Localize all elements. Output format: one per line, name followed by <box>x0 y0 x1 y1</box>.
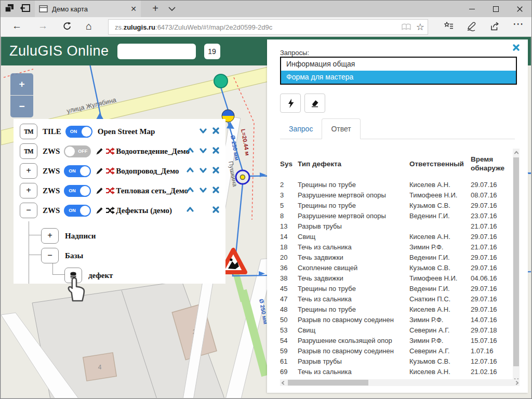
horizontal-scroll-thumb[interactable] <box>288 380 368 385</box>
search-input[interactable] <box>117 44 196 59</box>
table-row[interactable]: 36Скопление свищейКузьмов С.В.29.07.16 <box>280 263 513 273</box>
collapse-node-button[interactable]: − <box>41 248 59 263</box>
home-icon[interactable]: ⌂ <box>86 20 92 32</box>
layer-move-down-icon[interactable] <box>199 147 207 155</box>
restore-tabs-icon[interactable] <box>20 4 30 12</box>
layer-close-icon[interactable] <box>212 206 220 214</box>
query-option[interactable]: Информация общая <box>281 58 516 71</box>
table-row[interactable]: 47Течь из сальникаСнаткин П.С.29.07.16 <box>280 294 513 304</box>
favorite-star-icon[interactable]: ☆ <box>416 21 424 33</box>
layer-close-icon[interactable] <box>212 127 220 135</box>
scroll-left-icon[interactable] <box>280 380 285 385</box>
vertical-scroll-thumb[interactable] <box>513 157 519 366</box>
layer-move-up-icon[interactable] <box>186 206 194 214</box>
refresh-icon[interactable] <box>63 22 72 30</box>
layer-move-down-icon[interactable] <box>199 127 207 135</box>
tile-layer-icon-button[interactable]: TM <box>20 124 37 139</box>
tab-request[interactable]: Запрос <box>280 119 322 139</box>
expand-node-button[interactable]: + <box>41 228 59 244</box>
edit-pencil-icon[interactable] <box>95 187 103 195</box>
zoom-in-button[interactable]: + <box>10 73 33 95</box>
layer-close-icon[interactable] <box>212 147 220 154</box>
edit-pencil-icon[interactable] <box>95 206 103 215</box>
table-row[interactable]: 54Разрушение скользящей опорЗимин Р.Ф.15… <box>280 336 513 346</box>
minimize-button[interactable] <box>460 1 484 17</box>
table-cell: 21.07.16 <box>471 221 513 232</box>
column-header[interactable]: Ответственный <box>409 159 471 168</box>
layer-close-icon[interactable] <box>212 186 220 194</box>
scroll-up-icon[interactable] <box>514 150 519 155</box>
expand-layer-button[interactable]: + <box>20 163 37 179</box>
column-header[interactable]: Тип дефекта <box>298 159 409 168</box>
column-header[interactable]: Время обнаруже <box>471 155 513 172</box>
execute-query-button[interactable] <box>280 94 301 113</box>
table-row[interactable]: 59Разрыв по сварному соединенСеверин А.Г… <box>280 346 513 356</box>
table-row[interactable]: 48Трещины по трубеКиселев А.Н.29.07.16 <box>280 304 513 315</box>
table-row[interactable]: 14СвищКиселев А.Н.29.07.16 <box>280 232 513 242</box>
layer-toggle[interactable]: ON <box>65 126 92 138</box>
layer-move-down-icon[interactable] <box>199 166 207 175</box>
minimize-icon <box>469 9 475 9</box>
table-row[interactable]: 61Разрыв трубыКузьмов С.В.12.07.16 <box>280 356 513 367</box>
browser-window: Демо карта ✕ + ← → ⌂ zs.zulugis.ru:6473/… <box>0 0 532 399</box>
layer-move-up-icon[interactable] <box>186 166 194 175</box>
table-row[interactable]: 50Разрыв по сварному соединенЗимин Р.Ф.1… <box>280 315 513 325</box>
panel-close-icon[interactable] <box>512 44 521 52</box>
reading-view-icon[interactable] <box>402 23 411 31</box>
layer-move-up-icon[interactable] <box>186 147 194 155</box>
edit-pencil-icon[interactable] <box>95 167 103 175</box>
share-icon[interactable] <box>490 22 499 31</box>
layer-move-down-icon[interactable] <box>199 186 207 194</box>
web-note-pen-icon[interactable] <box>467 22 476 31</box>
table-row[interactable]: 8Разрушение мертвой опорыВеденин Г.И.23.… <box>280 211 513 221</box>
table-row[interactable]: 20Течь задвижкиВеденин Г.И.29.07.16 <box>280 252 513 263</box>
url-input[interactable]: zs.zulugis.ru:6473/ZuluWeb/#!/map/2e2d05… <box>108 19 428 35</box>
forward-icon[interactable]: → <box>38 20 48 32</box>
layer-toggle[interactable]: ON <box>64 185 91 197</box>
close-window-button[interactable] <box>508 1 531 17</box>
tab-list-chevron-icon[interactable] <box>168 6 176 12</box>
zoom-out-button[interactable]: − <box>10 96 33 117</box>
table-cell: Течь из сальника <box>298 367 409 377</box>
scale-counter-button[interactable]: 19 <box>204 44 220 59</box>
table-row[interactable]: 69Течь из сальникаКиселев А.Н.21.02.16 <box>280 367 513 377</box>
map-zoom-controls: + − <box>10 73 33 117</box>
expand-layer-button[interactable]: + <box>20 183 37 198</box>
hub-favorites-icon[interactable] <box>444 22 454 29</box>
clear-query-button[interactable] <box>304 94 325 113</box>
tab-response[interactable]: Ответ <box>322 118 360 139</box>
layer-toggle[interactable]: ON <box>64 205 91 217</box>
layer-move-up-icon[interactable] <box>186 186 194 194</box>
table-row[interactable]: 3Разрушение мертвой опорыТимофеев Н.И.08… <box>280 190 513 201</box>
table-row[interactable]: 18Течь из сальникаЗимин Р.Ф.21.07.16 <box>280 242 513 252</box>
new-tab-button[interactable]: + <box>149 3 162 15</box>
tab-close-icon[interactable]: ✕ <box>130 5 137 13</box>
edit-pencil-icon[interactable] <box>95 147 103 155</box>
table-row[interactable]: 13Разрыв трубы21.07.16 <box>280 221 513 232</box>
scroll-right-icon[interactable] <box>514 380 520 385</box>
back-icon[interactable]: ← <box>12 20 22 32</box>
browser-tab[interactable]: Демо карта ✕ <box>35 1 141 17</box>
more-options-icon[interactable]: ⋯ <box>513 18 524 30</box>
map-node-green[interactable] <box>214 74 228 88</box>
layer-toggle[interactable]: OFF <box>64 145 91 157</box>
column-header[interactable]: Sys <box>280 159 298 168</box>
query-option-selected[interactable]: Форма для мастера <box>281 71 516 84</box>
table-row[interactable]: 2Трещины по трубеКиселев А.Н.29.07.16 <box>280 180 513 190</box>
collapse-layer-button[interactable]: − <box>20 203 37 218</box>
vertical-scrollbar[interactable] <box>513 149 520 383</box>
horizontal-scrollbar[interactable] <box>280 379 520 386</box>
topology-icon[interactable] <box>105 207 115 214</box>
tile-layer-icon-button[interactable]: TM <box>20 143 37 159</box>
topology-icon[interactable] <box>105 148 115 155</box>
table-row[interactable]: 5Трещины по трубеКузьмов С.В.29.07.16 <box>280 201 513 211</box>
maximize-button[interactable] <box>484 1 508 17</box>
layer-close-icon[interactable] <box>212 166 220 174</box>
table-row[interactable]: 45Трещины по трубеВеденин Г.И.29.07.16 <box>280 284 513 294</box>
table-row[interactable]: 53СвищСеверин А.Г.29.07.18 <box>280 325 513 336</box>
layer-toggle[interactable]: ON <box>64 165 91 177</box>
topology-icon[interactable] <box>105 167 115 175</box>
table-row[interactable]: 38Течь задвижкиТимофеев Н.И.04.06.16 <box>280 273 513 284</box>
topology-icon[interactable] <box>105 187 115 194</box>
set-tabs-aside-icon[interactable] <box>5 4 14 12</box>
